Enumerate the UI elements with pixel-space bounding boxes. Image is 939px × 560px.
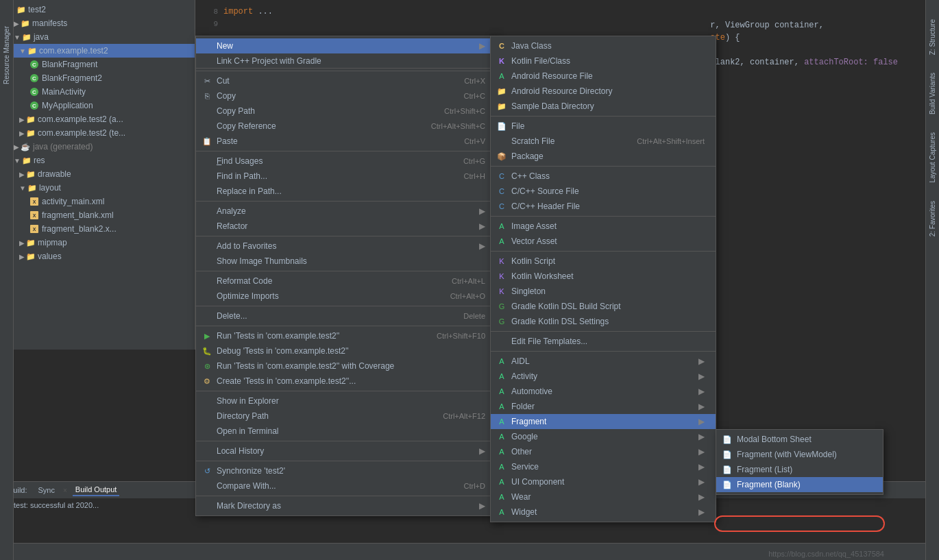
menu-item-delete[interactable]: Delete... Delete xyxy=(196,308,496,324)
menu-item-run-tests[interactable]: ▶ Run 'Tests in 'com.example.test2'' Ctr… xyxy=(196,328,496,343)
menu-item-link-cpp[interactable]: Link C++ Project with Gradle xyxy=(196,53,496,69)
menu-item-local-history[interactable]: Local History ▶ xyxy=(196,443,496,459)
new-gradle-settings[interactable]: G Gradle Kotlin DSL Settings xyxy=(491,314,716,329)
tree-item-package-a[interactable]: ▶ 📁 com.example.test2 (a... xyxy=(0,112,195,126)
menu-item-replace-path[interactable]: Replace in Path... xyxy=(196,184,496,199)
vtab-layout-captures[interactable]: Layout Captures xyxy=(927,127,938,188)
menu-item-new[interactable]: New ▶ xyxy=(196,38,496,53)
new-kotlin-script[interactable]: K Kotlin Script xyxy=(491,254,716,269)
separator xyxy=(196,201,496,202)
menu-item-open-terminal[interactable]: Open in Terminal xyxy=(196,424,496,439)
new-aidl[interactable]: A AIDL ▶ xyxy=(491,354,716,369)
new-google[interactable]: A Google ▶ xyxy=(491,429,716,444)
menu-item-add-favorites[interactable]: Add to Favorites ▶ xyxy=(196,239,496,254)
new-sample-data-dir[interactable]: 📁 Sample Data Directory xyxy=(491,99,716,114)
submenu-new: C Java Class K Kotlin File/Class A Andro… xyxy=(490,36,716,522)
tree-item-layout[interactable]: ▼ 📁 layout xyxy=(0,181,195,195)
fragment-blank[interactable]: 📄 Fragment (Blank) xyxy=(716,477,883,492)
tree-item-mainactivity[interactable]: C MainActivity xyxy=(0,85,195,99)
tree-item-fragment-blank2[interactable]: X fragment_blank2.x... xyxy=(0,222,195,236)
new-service[interactable]: A Service ▶ xyxy=(491,459,716,474)
menu-item-show-explorer[interactable]: Show in Explorer xyxy=(196,393,496,409)
menu-item-debug-tests[interactable]: 🐛 Debug 'Tests in 'com.example.test2'' xyxy=(196,343,496,358)
new-widget[interactable]: A Widget ▶ xyxy=(491,504,716,520)
menu-item-copy-path[interactable]: Copy Path Ctrl+Shift+C xyxy=(196,104,496,119)
tree-item-mipmap[interactable]: ▶ 📁 mipmap xyxy=(0,236,195,249)
tree-item-values[interactable]: ▶ 📁 values xyxy=(0,249,195,263)
tree-item-res[interactable]: ▼ 📁 res xyxy=(0,154,195,167)
new-cpp-class[interactable]: C C++ Class xyxy=(491,169,716,184)
menu-item-create-tests[interactable]: ⚙ Create 'Tests in 'com.example.test2''.… xyxy=(196,374,496,389)
menu-item-copy-reference[interactable]: Copy Reference Ctrl+Alt+Shift+C xyxy=(196,119,496,134)
fragment-viewmodel[interactable]: 📄 Fragment (with ViewModel) xyxy=(716,447,883,462)
new-automotive[interactable]: A Automotive ▶ xyxy=(491,384,716,399)
menu-item-compare[interactable]: Compare With... Ctrl+D xyxy=(196,478,496,494)
menu-item-cut[interactable]: ✂ Cut Ctrl+X xyxy=(196,73,496,88)
tree-item-package-te[interactable]: ▶ 📁 com.example.test2 (te... xyxy=(0,126,195,140)
new-wear[interactable]: A Wear ▶ xyxy=(491,489,716,504)
menu-item-run-coverage[interactable]: ⊛ Run 'Tests in 'com.example.test2'' wit… xyxy=(196,358,496,374)
menu-item-find-path[interactable]: Find in Path... Ctrl+H xyxy=(196,169,496,184)
new-android-resource-file[interactable]: A Android Resource File xyxy=(491,69,716,84)
tree-item-java[interactable]: ▼ 📁 java xyxy=(0,30,195,44)
new-kotlin-worksheet[interactable]: K Kotlin Worksheet xyxy=(491,269,716,284)
tree-item-myapplication[interactable]: C MyApplication xyxy=(0,99,195,112)
menu-item-synchronize[interactable]: ↺ Synchronize 'test2' xyxy=(196,463,496,478)
tree-item-manifests[interactable]: ▶ 📁 manifests xyxy=(0,16,195,30)
new-cpp-header[interactable]: C C/C++ Header File xyxy=(491,199,716,214)
new-package[interactable]: 📦 Package xyxy=(491,149,716,164)
new-fragment[interactable]: A Fragment ▶ xyxy=(491,414,716,429)
shortcut: Ctrl+D xyxy=(464,482,485,490)
tree-item-package-main[interactable]: ▼ 📁 com.example.test2 xyxy=(0,44,195,58)
shortcut: Ctrl+Alt+O xyxy=(450,292,485,300)
vtab-build-variants[interactable]: Build Variants xyxy=(927,67,938,120)
tree-item-blankfragment2[interactable]: C BlankFragment2 xyxy=(0,71,195,85)
new-image-asset[interactable]: A Image Asset xyxy=(491,219,716,234)
shortcut: Ctrl+Alt+F12 xyxy=(443,412,485,420)
menu-item-optimize-imports[interactable]: Optimize Imports Ctrl+Alt+O xyxy=(196,289,496,304)
tree-item-java-generated[interactable]: ▶ ☕ java (generated) xyxy=(0,140,195,154)
menu-item-refactor[interactable]: Refactor ▶ xyxy=(196,219,496,234)
menu-item-dir-path[interactable]: Directory Path Ctrl+Alt+F12 xyxy=(196,409,496,424)
new-gradle-build[interactable]: G Gradle Kotlin DSL Build Script xyxy=(491,299,716,314)
android-icon: A xyxy=(496,433,507,441)
new-edit-templates[interactable]: Edit File Templates... xyxy=(491,334,716,349)
vtab-resource-manager[interactable]: Resource Manager xyxy=(1,21,12,90)
new-java-class[interactable]: C Java Class xyxy=(491,38,716,53)
shortcut: Ctrl+Alt+L xyxy=(452,277,485,285)
fragment-modal-bottom-sheet[interactable]: 📄 Modal Bottom Sheet xyxy=(716,432,883,447)
new-cpp-source[interactable]: C C/C++ Source File xyxy=(491,184,716,199)
tree-item-fragment-blank[interactable]: X fragment_blank.xml xyxy=(0,208,195,222)
tab-build-output[interactable]: Build Output xyxy=(73,484,120,496)
tree-item-activity-main[interactable]: X activity_main.xml xyxy=(0,195,195,208)
menu-item-mark-dir[interactable]: Mark Directory as ▶ xyxy=(196,498,496,513)
tab-sync[interactable]: Sync xyxy=(36,485,58,496)
tree-label: MyApplication xyxy=(42,101,93,110)
tree-item-drawable[interactable]: ▶ 📁 drawable xyxy=(0,167,195,181)
new-android-resource-dir[interactable]: 📁 Android Resource Directory xyxy=(491,84,716,99)
new-activity[interactable]: A Activity ▶ xyxy=(491,369,716,384)
menu-item-show-thumbnails[interactable]: Show Image Thumbnails xyxy=(196,254,496,269)
vtab-structure[interactable]: Z: Structure xyxy=(927,14,938,60)
menu-item-find-usages[interactable]: Find Usages Ctrl+G xyxy=(196,154,496,169)
new-kotlin-class[interactable]: K Kotlin File/Class xyxy=(491,53,716,69)
tree-item-test2[interactable]: ▼ 📁 test2 xyxy=(0,3,195,16)
fragment-list[interactable]: 📄 Fragment (List) xyxy=(716,462,883,477)
new-scratch-file[interactable]: Scratch File Ctrl+Alt+Shift+Insert xyxy=(491,134,716,149)
vtab-favorites[interactable]: 2: Favorites xyxy=(927,195,938,242)
submenu-arrow: ▶ xyxy=(698,492,705,502)
new-vector-asset[interactable]: A Vector Asset xyxy=(491,234,716,249)
new-other[interactable]: A Other ▶ xyxy=(491,444,716,459)
menu-label: Edit File Templates... xyxy=(511,337,705,346)
separator xyxy=(196,461,496,461)
menu-item-reformat[interactable]: Reformat Code Ctrl+Alt+L xyxy=(196,273,496,289)
tree-arrow: ▶ xyxy=(19,171,25,178)
new-singleton[interactable]: K Singleton xyxy=(491,284,716,299)
new-file[interactable]: 📄 File xyxy=(491,119,716,134)
new-folder[interactable]: A Folder ▶ xyxy=(491,399,716,414)
tree-item-blankfragment[interactable]: C BlankFragment xyxy=(0,58,195,71)
menu-item-analyze[interactable]: Analyze ▶ xyxy=(196,204,496,219)
menu-item-paste[interactable]: 📋 Paste Ctrl+V xyxy=(196,134,496,149)
new-ui-component[interactable]: A UI Component ▶ xyxy=(491,474,716,489)
menu-item-copy[interactable]: ⎘ Copy Ctrl+C xyxy=(196,88,496,104)
